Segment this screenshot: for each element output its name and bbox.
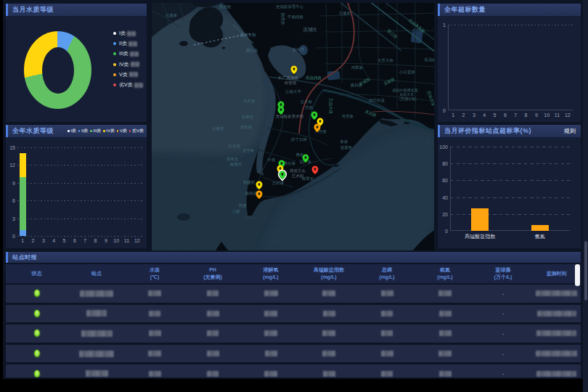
bar-segment[interactable] <box>20 230 26 236</box>
legend-dot <box>113 83 116 86</box>
map-label: 大浮里 <box>243 99 256 104</box>
table-row[interactable]: - <box>6 285 581 303</box>
map-label: 中南西路 <box>287 15 304 20</box>
map-label: 龙寺桥 <box>242 148 255 152</box>
value-redacted <box>207 371 219 377</box>
column-name: 蓝绿藻 <box>474 266 532 274</box>
station-name-redacted <box>79 351 114 357</box>
column-name: 状态 <box>6 270 68 277</box>
value-redacted <box>439 311 452 317</box>
table-cell <box>126 311 184 317</box>
station-name-redacted <box>80 290 113 297</box>
legend-item[interactable]: I类 <box>68 128 76 134</box>
map-label: 北庄桥 <box>300 99 313 105</box>
legend-item[interactable]: I类 <box>113 28 143 38</box>
table-cell <box>126 290 184 296</box>
table-row[interactable]: - <box>6 345 581 363</box>
legend-item[interactable]: IV类 <box>103 128 115 134</box>
bar[interactable] <box>471 208 489 231</box>
algae-value: - <box>502 310 505 317</box>
legend-item[interactable]: 劣V类 <box>129 128 144 134</box>
value-redacted <box>322 351 335 356</box>
column-unit: (mg/L) <box>416 274 474 281</box>
legend-item[interactable]: V类 <box>117 128 127 134</box>
algae-value: - <box>502 370 505 377</box>
page-scrollbar-thumb[interactable] <box>584 241 588 301</box>
legend-dot <box>103 130 105 132</box>
column-header: 水温(℃) <box>126 266 184 281</box>
table-cell <box>68 370 126 377</box>
legend-item[interactable]: 劣V类 <box>113 80 143 90</box>
table-cell <box>416 351 474 356</box>
donut-chart <box>24 31 91 109</box>
table-row[interactable]: - <box>6 305 581 323</box>
chart-legend: I类II类III类IV类V类劣V类 <box>68 128 147 134</box>
legend-item[interactable]: V类 <box>113 70 143 80</box>
map[interactable]: 渔港路无锡新体育中心中南西路隐秀路滨湖区石塘桥五星村高浪路高架望江路天安大桥小白… <box>152 3 434 250</box>
map-label: 隐秀路 <box>280 13 285 25</box>
pin-hole <box>279 167 281 170</box>
value-redacted <box>264 311 277 317</box>
gridline <box>450 163 570 164</box>
y-tick-label: 0 <box>438 108 446 113</box>
x-tick-label: 7 <box>514 113 517 118</box>
value-redacted <box>438 351 452 356</box>
map-label: 江南大学 <box>285 89 302 94</box>
legend-dot <box>90 130 92 132</box>
column-unit: (万个/L) <box>474 274 532 281</box>
table-scrollbar-thumb[interactable] <box>575 264 580 286</box>
table-row[interactable]: - <box>6 364 581 377</box>
legend-value-redacted <box>130 52 139 57</box>
pin-hole <box>319 120 321 123</box>
time-redacted <box>536 330 576 336</box>
legend-item[interactable]: IV类 <box>113 60 143 70</box>
x-tick-label: 8 <box>94 238 97 243</box>
map-label: 华庄街道 <box>369 98 385 103</box>
legend-item[interactable]: II类 <box>78 128 88 134</box>
map-label: 象桥 <box>340 139 349 144</box>
status-dot <box>34 290 40 297</box>
map-label: 寿安桥 <box>342 114 354 118</box>
legend-label: I类 <box>70 128 76 134</box>
column-unit: (℃) <box>126 274 184 281</box>
map-label: 天安大桥 <box>377 58 394 62</box>
table-cell <box>242 330 300 336</box>
legend-item[interactable]: III类 <box>90 128 101 134</box>
map-label: 五星村 <box>339 11 351 16</box>
value-redacted <box>149 371 161 377</box>
time-redacted <box>537 311 576 317</box>
map-island <box>212 43 216 46</box>
value-redacted <box>381 371 393 377</box>
x-tick-label: 8 <box>525 113 528 118</box>
legend-value-redacted <box>134 83 143 88</box>
legend-item[interactable]: II类 <box>113 38 143 49</box>
legend-label: I类 <box>119 30 126 37</box>
bar-segment[interactable] <box>20 177 26 230</box>
x-tick-label: 4 <box>483 113 486 118</box>
column-unit: (mg/L) <box>242 274 300 281</box>
bar-segment[interactable] <box>20 153 26 177</box>
table-cell <box>300 290 358 296</box>
column-header: 站点 <box>68 270 126 277</box>
map-label: 渔港路 <box>219 4 232 9</box>
rules-button[interactable]: 规则 <box>564 127 581 135</box>
map-label: 叶巷 <box>268 158 277 162</box>
y-tick-label: 80 <box>438 161 448 166</box>
map-label: 高浪西路 <box>306 75 322 81</box>
status-dot <box>34 370 40 377</box>
legend-value-redacted <box>129 72 138 77</box>
legend-item[interactable]: III类 <box>113 49 143 59</box>
map-label: 大渔湾 <box>212 126 224 131</box>
gridline <box>17 236 142 237</box>
legend-label: V类 <box>120 128 127 134</box>
value-redacted <box>207 330 219 336</box>
gridline <box>450 180 570 181</box>
legend-label: V类 <box>119 71 128 78</box>
bar[interactable] <box>531 225 549 231</box>
y-tick-label: 40 <box>438 195 448 200</box>
panel-month-grade: 当月水质等级 I类II类III类IV类V类劣V类 <box>6 4 147 122</box>
value-redacted <box>323 311 335 317</box>
table-row[interactable]: - <box>6 324 581 343</box>
x-tick-label: 9 <box>535 113 538 118</box>
page-scrollbar-track[interactable] <box>583 0 588 392</box>
